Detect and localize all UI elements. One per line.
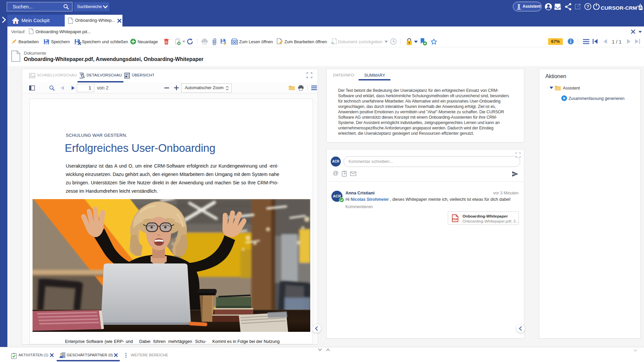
svg-text:PDF: PDF bbox=[452, 218, 458, 221]
svg-text:?: ? bbox=[587, 4, 589, 9]
